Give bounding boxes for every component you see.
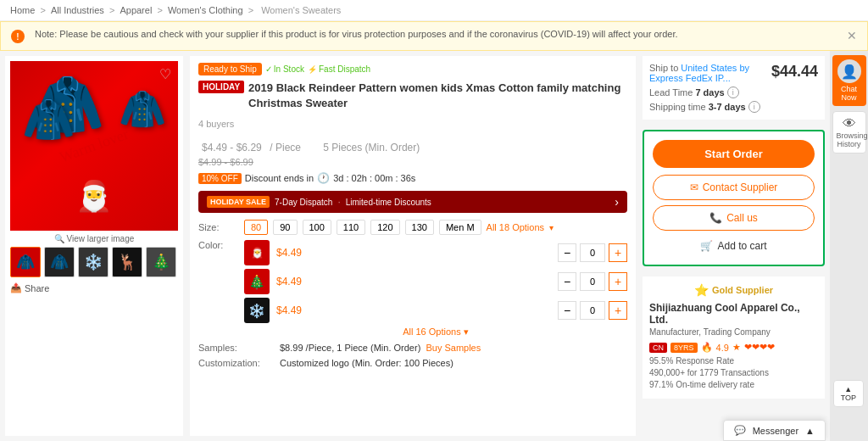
- view-larger-link[interactable]: 🔍 View larger image: [10, 234, 178, 243]
- countdown-label: Discount ends in: [245, 173, 314, 183]
- qty-input-1[interactable]: [580, 243, 605, 262]
- chat-now-button[interactable]: 👤 Chat Now: [832, 55, 866, 106]
- min-order: 5 Pieces (Min. Order): [323, 142, 420, 154]
- clock-icon: 🕐: [317, 172, 330, 184]
- share-label: Share: [25, 283, 49, 293]
- share-button[interactable]: 📤 Share: [10, 282, 178, 293]
- color-item-3: ❄️ $4.49 − +: [244, 298, 627, 323]
- supplier-meta: CN 8YRS 🔥 4.9 ★ ❤❤❤❤: [649, 342, 818, 353]
- supplier-panel: ⭐ Gold Supplier Shijiazhuang Cool Appare…: [643, 276, 825, 399]
- notice-close-button[interactable]: ✕: [847, 29, 857, 42]
- size-btn-130[interactable]: 130: [405, 220, 434, 235]
- messenger-icon: 💬: [734, 425, 746, 436]
- breadcrumb-apparel[interactable]: Apparel: [120, 5, 152, 15]
- size-btn-90[interactable]: 90: [273, 220, 297, 235]
- add-to-cart-button[interactable]: 🛒 Add to cart: [653, 236, 815, 256]
- lead-time-info-icon[interactable]: i: [727, 87, 739, 98]
- size-btn-menm[interactable]: Men M: [439, 220, 481, 235]
- country-flag: CN: [649, 343, 667, 353]
- all-size-options-link[interactable]: All 18 Options: [487, 222, 544, 232]
- qty-control-1: − +: [558, 243, 627, 262]
- messenger-chevron-icon: ▲: [805, 426, 815, 436]
- qty-plus-1[interactable]: +: [609, 243, 627, 262]
- lead-time-row: Lead Time 7 days i: [649, 87, 818, 98]
- breadcrumb-womens-clothing[interactable]: Women's Clothing: [168, 5, 243, 15]
- main-product-image[interactable]: 🧥 🧥 🧥 🎅 Warm lover ♡: [10, 61, 178, 231]
- transactions-stat: 490,000+ for 1779 Transactions: [649, 368, 818, 377]
- product-badges: Ready to Ship In Stock Fast Dispatch: [198, 63, 627, 75]
- qty-input-2[interactable]: [580, 272, 605, 291]
- gold-supplier-badge: ⭐ Gold Supplier: [649, 283, 818, 297]
- action-buttons-panel: Start Order ✉ Contact Supplier 📞 Call us…: [643, 130, 825, 266]
- breadcrumb: Home > All Industries > Apparel > Women'…: [0, 0, 868, 21]
- dispatch-label: 7-Day Dispatch: [275, 198, 332, 207]
- call-us-button[interactable]: 📞 Call us: [653, 205, 815, 231]
- original-price: $4.99 - $6.99: [198, 157, 627, 167]
- color-swatch-1[interactable]: 🎅: [244, 240, 270, 265]
- fast-dispatch-badge: Fast Dispatch: [308, 64, 370, 74]
- qty-control-2: − +: [558, 272, 627, 291]
- contact-supplier-button[interactable]: ✉ Contact Supplier: [653, 175, 815, 200]
- color-price-2: $4.49: [276, 276, 551, 287]
- chevron-down-icon: ▾: [549, 223, 554, 232]
- cart-icon: 🛒: [700, 240, 713, 252]
- color-swatch-3[interactable]: ❄️: [244, 298, 270, 323]
- history-label: Browsing History: [837, 131, 862, 148]
- thumb-3[interactable]: ❄️: [78, 247, 108, 277]
- shipping-time-row: Shipping time 3-7 days i: [649, 101, 818, 113]
- qty-minus-2[interactable]: −: [558, 272, 576, 291]
- thumb-5[interactable]: 🎄: [146, 247, 176, 277]
- notice-bar: ! Note: Please be cautious and check wit…: [0, 21, 868, 51]
- color-selector-row: Color: 🎅 $4.49 − + 🎄 $4.49: [198, 240, 627, 338]
- in-stock-badge: In Stock: [265, 64, 304, 74]
- size-btn-110[interactable]: 110: [337, 220, 365, 235]
- buy-samples-link[interactable]: Buy Samples: [426, 343, 481, 353]
- qty-minus-3[interactable]: −: [558, 301, 576, 320]
- thumb-2[interactable]: 🧥: [44, 247, 75, 277]
- qty-input-3[interactable]: [580, 301, 605, 320]
- size-btn-120[interactable]: 120: [370, 220, 399, 235]
- size-btn-100[interactable]: 100: [303, 220, 331, 235]
- samples-row: Samples: $8.99 /Piece, 1 Piece (Min. Ord…: [198, 343, 627, 353]
- size-selector-row: Size: 80 90 100 110 120 130 Men M All 18…: [198, 220, 627, 235]
- thumb-1[interactable]: 🧥: [10, 247, 41, 277]
- breadcrumb-industries[interactable]: All Industries: [51, 5, 104, 15]
- lead-time-value: 7 days: [695, 87, 724, 98]
- browsing-history-button[interactable]: 👁 Browsing History: [832, 111, 866, 154]
- top-arrow-icon: ▲: [841, 385, 856, 394]
- history-icon: 👁: [837, 116, 862, 131]
- rating-stars: 4.9: [716, 343, 729, 353]
- samples-value: $8.99 /Piece, 1 Piece (Min. Order) Buy S…: [280, 343, 481, 353]
- shipping-info-panel: Ship to United States by Express FedEx I…: [643, 56, 825, 120]
- heart-icons: ❤❤❤❤: [744, 342, 775, 353]
- qty-plus-3[interactable]: +: [609, 301, 627, 320]
- shipping-time-info-icon[interactable]: i: [748, 101, 760, 113]
- response-rate: 95.5% Response Rate: [649, 356, 818, 366]
- delivery-rate: 97.1% On-time delivery rate: [649, 380, 818, 389]
- color-item-2: 🎄 $4.49 − +: [244, 269, 627, 294]
- breadcrumb-current: Women's Sweaters: [261, 5, 341, 15]
- color-swatch-2[interactable]: 🎄: [244, 269, 270, 294]
- shipping-time-value: 3-7 days: [709, 102, 746, 112]
- holiday-sale-arrow-icon: ›: [615, 195, 619, 209]
- wishlist-icon[interactable]: ♡: [159, 66, 171, 82]
- size-btn-80[interactable]: 80: [244, 220, 268, 235]
- size-label: Size:: [198, 222, 239, 232]
- all-color-options-link[interactable]: All 16 Options ▾: [244, 327, 627, 338]
- thumb-4[interactable]: 🦌: [112, 247, 142, 277]
- qty-minus-1[interactable]: −: [558, 243, 576, 262]
- holiday-sale-bar[interactable]: HOLIDAY SALE 7-Day Dispatch · Limited-ti…: [198, 191, 627, 213]
- mail-icon: ✉: [690, 181, 698, 193]
- breadcrumb-home[interactable]: Home: [10, 5, 35, 15]
- supplier-name[interactable]: Shijiazhuang Cool Apparel Co., Ltd.: [649, 302, 818, 326]
- product-info-panel: Ready to Ship In Stock Fast Dispatch HOL…: [190, 56, 636, 436]
- top-button[interactable]: ▲ TOP: [833, 380, 864, 407]
- qty-plus-2[interactable]: +: [609, 272, 627, 291]
- ready-to-ship-badge: Ready to Ship: [198, 63, 262, 75]
- messenger-bar[interactable]: 💬 Messenger ▲: [723, 420, 826, 441]
- qty-control-3: − +: [558, 301, 627, 320]
- customization-value: Customized logo (Min. Order: 100 Pieces): [280, 358, 453, 368]
- notice-text: Note: Please be cautious and check with …: [35, 29, 678, 39]
- fire-icon: 🔥: [701, 342, 713, 353]
- start-order-button[interactable]: Start Order: [653, 140, 815, 168]
